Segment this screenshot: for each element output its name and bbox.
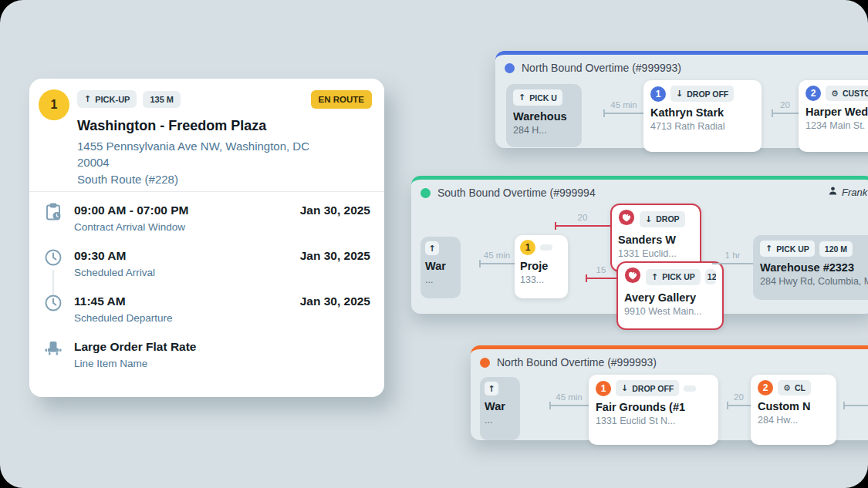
- contract-window-date: Jan 30, 2025: [300, 202, 370, 217]
- scheduled-departure-label: Scheduled Departure: [74, 312, 370, 324]
- clock-icon: [43, 247, 74, 271]
- route-title: South Bound Overtime (#999994: [437, 187, 596, 199]
- scheduled-arrival-value: 09:30 AM: [74, 247, 300, 263]
- stop-address: 4713 Rath Radial: [650, 121, 755, 132]
- status-badge: EN ROUTE: [311, 90, 372, 109]
- contract-window-value: 09:00 AM - 07:00 PM: [74, 202, 300, 217]
- stop-address: 284 H...: [513, 125, 575, 136]
- pickup-badge: ↑PICK UP: [760, 241, 815, 257]
- stop-custom[interactable]: 2 ⚙CL Custom N 284 Hw...: [751, 375, 836, 445]
- stop-title: Kathryn Stark: [650, 106, 755, 119]
- travel-connector: 45 min: [479, 251, 515, 264]
- stop-title: Custom N: [758, 400, 829, 412]
- stop-sequence-badge: 1: [596, 381, 611, 396]
- route-card-south-bound[interactable]: South Bound Overtime (#999994 Frank ↑ Wa…: [411, 176, 868, 314]
- stop-sequence-badge: 1: [520, 240, 535, 255]
- stop-number-badge: 1: [39, 89, 69, 120]
- route-card-north-bound-2[interactable]: North Bound Overtime (#999993) ↑ War ...…: [471, 345, 868, 440]
- stop-title: Washington - Freedom Plaza: [77, 118, 372, 134]
- arrow-down-icon: ↓: [621, 383, 628, 393]
- detail-row-contract-window: 09:00 AM - 07:00 PM Jan 30, 2025 Contrac…: [43, 202, 370, 233]
- stop-warehouse-2323[interactable]: ↑PICK UP 120 M Warehouse #2323 284 Hwy R…: [753, 235, 868, 300]
- stop-fair-grounds[interactable]: 1 ↓DROP OFF Fair Grounds (#1 1331 Euclid…: [589, 375, 718, 445]
- arrow-down-icon: ↓: [645, 214, 652, 224]
- pickup-badge: ↑PICK-UP: [77, 90, 137, 108]
- chair-icon: [43, 338, 74, 362]
- clock-icon: [43, 293, 74, 316]
- stop-title: Fair Grounds (#1: [596, 401, 711, 413]
- stop-sequence-badge: 2: [806, 86, 821, 101]
- arrow-up-icon: ↑: [425, 241, 439, 255]
- person-icon: [828, 186, 838, 198]
- truncated-distance-badge: 12: [705, 269, 716, 284]
- divider: [29, 191, 384, 192]
- stop-title: Avery Gallery: [624, 291, 716, 304]
- arrow-up-icon: ↑: [84, 94, 91, 104]
- gear-icon: ⚙: [831, 89, 839, 98]
- alert-connector: 20: [555, 213, 610, 227]
- stop-warehouse[interactable]: ↑ War ...: [420, 237, 461, 298]
- detail-row-line-item: Large Order Flat Rate Line Item Name: [43, 338, 370, 369]
- contract-window-label: Contract Arrival Window: [74, 221, 370, 233]
- stop-avery-alert[interactable]: ↑PICK UP 12 Avery Gallery 9910 West Main…: [616, 261, 724, 330]
- arrow-up-icon: ↑: [485, 382, 498, 395]
- stop-sequence-badge: 2: [758, 380, 773, 395]
- stop-title: Harper Wed: [806, 106, 868, 118]
- location-heart-alert-icon: [624, 267, 641, 287]
- dropoff-badge: ↓DROP: [640, 211, 685, 227]
- stop-kathryn-stark[interactable]: 1 ↓DROP OFF Kathryn Stark 4713 Rath Radi…: [643, 80, 762, 152]
- stop-title: Warehouse #2323: [760, 261, 868, 274]
- stop-sequence-badge: 1: [650, 86, 666, 102]
- scheduled-departure-value: 11:45 AM: [74, 293, 300, 308]
- detail-row-scheduled-arrival: 09:30 AM Jan 30, 2025 Scheduled Arrival: [43, 247, 370, 278]
- stop-address: 1234 Main St.: [806, 120, 868, 131]
- scheduled-departure-date: Jan 30, 2025: [300, 293, 370, 308]
- stop-warehouse[interactable]: ↑ War ...: [480, 377, 520, 440]
- app-canvas: 1 ↑PICK-UP 135 M EN ROUTE Washington - F…: [0, 0, 868, 488]
- stop-detail-card: 1 ↑PICK-UP 135 M EN ROUTE Washington - F…: [29, 79, 384, 397]
- stop-title: Proje: [520, 260, 562, 272]
- alert-connector: 15: [586, 265, 616, 279]
- stop-address: 284 Hw...: [758, 415, 829, 426]
- stop-harper[interactable]: 2 ⚙CUSTO Harper Wed 1234 Main St.: [799, 80, 868, 152]
- stop-title: War: [425, 260, 456, 272]
- stop-address: 1331 Euclid St N...: [596, 416, 711, 426]
- arrow-down-icon: ↓: [676, 89, 683, 99]
- stop-address: ...: [425, 274, 456, 285]
- route-color-dot: [420, 188, 431, 198]
- dropoff-badge: ↓DROP OFF: [616, 380, 679, 396]
- route-color-dot: [480, 358, 490, 368]
- line-item-value: Large Order Flat Rate: [74, 338, 370, 354]
- pickup-badge: ↑PICK UP: [646, 269, 701, 285]
- travel-connector: 20: [727, 392, 751, 406]
- stop-address: 1455 Pennsylvania Ave NW, Washington, DC…: [77, 139, 316, 170]
- stop-address: ...: [485, 415, 515, 426]
- stop-title: War: [485, 400, 515, 412]
- distance-badge: 135 M: [143, 91, 181, 108]
- truncated-badge: [540, 244, 552, 251]
- stop-address: 9910 West Main...: [624, 306, 716, 317]
- stop-address: 133...: [520, 274, 562, 285]
- route-title: North Bound Overtime (#999993): [522, 62, 681, 74]
- stop-project[interactable]: 1 Proje 133...: [515, 235, 568, 298]
- route-title: North Bound Overtime (#999993): [497, 356, 657, 369]
- stop-address: 1331 Euclid...: [618, 248, 694, 259]
- arrow-up-icon: ↑: [765, 244, 772, 254]
- travel-connector: 15: [843, 392, 868, 406]
- gear-icon: ⚙: [783, 384, 791, 392]
- scheduled-arrival-label: Scheduled Arrival: [74, 267, 370, 278]
- pickup-badge: ↑PICK U: [513, 89, 562, 106]
- stop-title: Warehous: [513, 110, 575, 123]
- contract-window-icon: [43, 202, 74, 225]
- driver-name: Frank: [842, 187, 867, 198]
- driver-chip: Frank: [828, 186, 867, 198]
- stop-route-link[interactable]: South Route (#228): [77, 173, 372, 186]
- route-color-dot: [505, 63, 515, 73]
- route-card-north-bound-1[interactable]: North Bound Overtime (#999993) ↑PICK U W…: [495, 51, 868, 148]
- stop-address: 284 Hwy Rd, Columbia, MD: [760, 276, 868, 287]
- line-item-label: Line Item Name: [74, 358, 370, 369]
- travel-connector: 20: [772, 100, 799, 114]
- custom-badge: ⚙CL: [778, 380, 811, 395]
- scheduled-arrival-date: Jan 30, 2025: [300, 247, 370, 263]
- stop-warehouse[interactable]: ↑PICK U Warehous 284 H...: [506, 84, 582, 147]
